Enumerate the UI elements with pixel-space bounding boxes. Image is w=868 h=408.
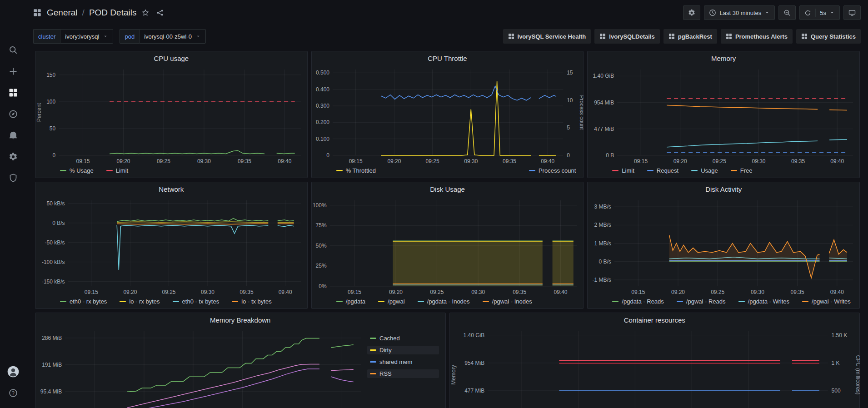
user-avatar[interactable] <box>0 361 26 382</box>
panel-disk-activity: Disk Activity -1 MB/s0 B/s1 MB/s2 MB/s3 … <box>587 182 860 309</box>
legend-item-limit[interactable]: Limit <box>609 166 637 175</box>
create-plus-icon[interactable] <box>0 60 26 82</box>
network-chart[interactable]: -150 kB/s-100 kB/s-50 kB/s0 B/s50 kB/s09… <box>35 196 307 297</box>
panel-title[interactable]: Memory <box>588 51 859 65</box>
panel-title[interactable]: CPU Throttle <box>312 51 584 65</box>
dashboards-icon[interactable] <box>0 82 26 103</box>
legend-item-limit[interactable]: Limit <box>104 166 131 175</box>
cpu-usage-chart[interactable]: 05010015009:1509:2009:2509:3009:3509:40P… <box>35 65 307 166</box>
svg-text:09:35: 09:35 <box>240 289 254 295</box>
panel-title[interactable]: Disk Usage <box>312 182 584 196</box>
dashboard-settings-button[interactable] <box>683 5 700 20</box>
legend-item-pgdata-writes[interactable]: /pgdata - Writes <box>736 297 793 306</box>
memory-chart[interactable]: 0 B477 MiB954 MiB1.40 GiB09:1509:2009:25… <box>588 65 859 166</box>
alerting-bell-icon[interactable] <box>0 124 26 146</box>
variable-cluster: cluster ivory:ivorysql <box>33 29 113 44</box>
legend-item-throttled[interactable]: % Throttled <box>334 166 379 175</box>
apps-grid-icon <box>726 33 732 40</box>
legend-item-eth0-rx-bytes[interactable]: eth0 - rx bytes <box>57 297 110 306</box>
explore-compass-icon[interactable] <box>0 103 26 124</box>
legend-label: eth0 - tx bytes <box>182 298 219 305</box>
grafana-logo-icon[interactable] <box>0 4 26 27</box>
legend-swatch <box>677 301 683 302</box>
legend-item-lo-tx-bytes[interactable]: lo - tx bytes <box>229 297 274 306</box>
server-admin-shield-icon[interactable] <box>0 167 26 189</box>
legend-item-pgdata-reads[interactable]: /pgdata - Reads <box>609 297 667 306</box>
breadcrumb-folder[interactable]: General <box>47 8 78 18</box>
legend-item-pgwal-inodes[interactable]: /pgwal - Inodes <box>480 297 535 306</box>
panel-disk-usage: Disk Usage 0%25%50%75%100%09:1509:2009:2… <box>311 182 584 309</box>
legend-item-lo-rx-bytes[interactable]: lo - rx bytes <box>117 297 162 306</box>
svg-text:1.40 GiB: 1.40 GiB <box>463 332 484 338</box>
cycle-view-button[interactable] <box>843 5 861 20</box>
zoom-out-button[interactable] <box>778 5 796 20</box>
link-label: IvorySQLDetails <box>609 33 654 40</box>
legend-swatch <box>106 170 113 171</box>
link-label: Prometheus Alerts <box>735 33 788 40</box>
legend-item-pgwal-reads[interactable]: /pgwal - Reads <box>674 297 728 306</box>
panel-network: Network -150 kB/s-100 kB/s-50 kB/s0 B/s5… <box>35 182 308 309</box>
legend-item-pgwal-writes[interactable]: /pgwal - Writes <box>799 297 853 306</box>
time-range-picker[interactable]: Last 30 minutes <box>704 5 775 20</box>
legend-item-process-count[interactable]: Process count <box>526 166 579 175</box>
dashboard-link-query-statistics[interactable]: Query Statistics <box>796 29 861 44</box>
panel-title[interactable]: Network <box>35 182 307 196</box>
legend-item-pgdata-inodes[interactable]: /pgdata - Inodes <box>415 297 473 306</box>
svg-text:09:15: 09:15 <box>632 289 645 295</box>
panel-title[interactable]: Disk Activity <box>588 182 859 196</box>
svg-text:0.100: 0.100 <box>316 136 329 142</box>
memory-breakdown-chart[interactable]: 95.4 MiB191 MiB286 MiB <box>35 327 367 408</box>
legend-swatch <box>731 170 737 171</box>
svg-text:09:15: 09:15 <box>348 289 361 295</box>
disk-usage-chart[interactable]: 0%25%50%75%100%09:1509:2009:2509:3009:35… <box>312 196 584 297</box>
cpu-throttle-chart[interactable]: 00.1000.2000.3000.4000.50009:1509:2009:2… <box>312 65 584 166</box>
legend-item-pgwal[interactable]: /pgwal <box>375 297 408 306</box>
dashboard-link-ivorysqldetails[interactable]: IvorySQLDetails <box>594 29 659 44</box>
svg-text:2 MB/s: 2 MB/s <box>594 222 611 228</box>
legend-label: Free <box>740 167 753 174</box>
help-icon[interactable] <box>0 382 26 403</box>
svg-text:1 MB/s: 1 MB/s <box>594 240 611 247</box>
configuration-gear-icon[interactable] <box>0 146 26 167</box>
star-icon[interactable] <box>140 7 151 18</box>
svg-text:-1 MB/s: -1 MB/s <box>593 277 611 283</box>
share-icon[interactable] <box>155 7 165 18</box>
cpu-usage-legend: % UsageLimit <box>35 166 307 178</box>
legend-label: % Usage <box>70 167 94 174</box>
legend-item-free[interactable]: Free <box>728 166 755 175</box>
legend-item-rss[interactable]: RSS <box>367 369 439 378</box>
svg-text:09:20: 09:20 <box>671 289 685 295</box>
legend-item-dirty[interactable]: Dirty <box>367 346 439 354</box>
legend-item-pgdata[interactable]: /pgdata <box>334 297 368 306</box>
legend-item-usage[interactable]: % Usage <box>57 166 96 175</box>
svg-text:500: 500 <box>831 388 840 394</box>
variable-cluster-dropdown[interactable]: ivory:ivorysql <box>60 29 113 44</box>
legend-item-usage[interactable]: Usage <box>688 166 721 175</box>
search-icon[interactable] <box>0 39 26 60</box>
tv-icon <box>848 9 856 16</box>
legend-label: /pgdata - Inodes <box>427 298 470 305</box>
dashboard-link-pgbackrest[interactable]: pgBackRest <box>663 29 717 44</box>
refresh-interval-label: 5s <box>820 10 826 16</box>
breadcrumb-dashboard[interactable]: POD Details <box>89 8 137 18</box>
svg-text:09:35: 09:35 <box>238 158 251 164</box>
nav-controls: Last 30 minutes 5s <box>683 5 861 20</box>
panel-title[interactable]: Container resources <box>450 313 860 327</box>
variable-pod-dropdown[interactable]: ivorysql-00-z5wl-0 <box>139 29 206 44</box>
dashboard-link-ivorysql-service-health[interactable]: IvorySQL Service Health <box>503 29 591 44</box>
refresh-button[interactable]: 5s <box>799 5 840 20</box>
svg-text:954 MiB: 954 MiB <box>464 360 484 366</box>
legend-item-request[interactable]: Request <box>644 166 681 175</box>
panel-title[interactable]: Memory Breakdown <box>35 313 445 327</box>
legend-item-cached[interactable]: Cached <box>367 334 439 343</box>
legend-label: Limit <box>622 167 634 174</box>
legend-item-eth0-tx-bytes[interactable]: eth0 - tx bytes <box>170 297 222 306</box>
svg-text:09:20: 09:20 <box>123 289 137 295</box>
dashboard-link-prometheus-alerts[interactable]: Prometheus Alerts <box>721 29 793 44</box>
panel-title[interactable]: CPU usage <box>35 51 307 65</box>
svg-text:09:20: 09:20 <box>116 158 130 164</box>
container-resources-chart[interactable]: 477 MiB954 MiB1.40 GiB5001 K1.50 KMemory… <box>450 327 860 408</box>
disk-activity-chart[interactable]: -1 MB/s0 B/s1 MB/s2 MB/s3 MB/s09:1509:20… <box>588 196 859 297</box>
svg-text:5: 5 <box>567 124 570 131</box>
legend-item-shared-mem[interactable]: shared mem <box>367 358 439 366</box>
